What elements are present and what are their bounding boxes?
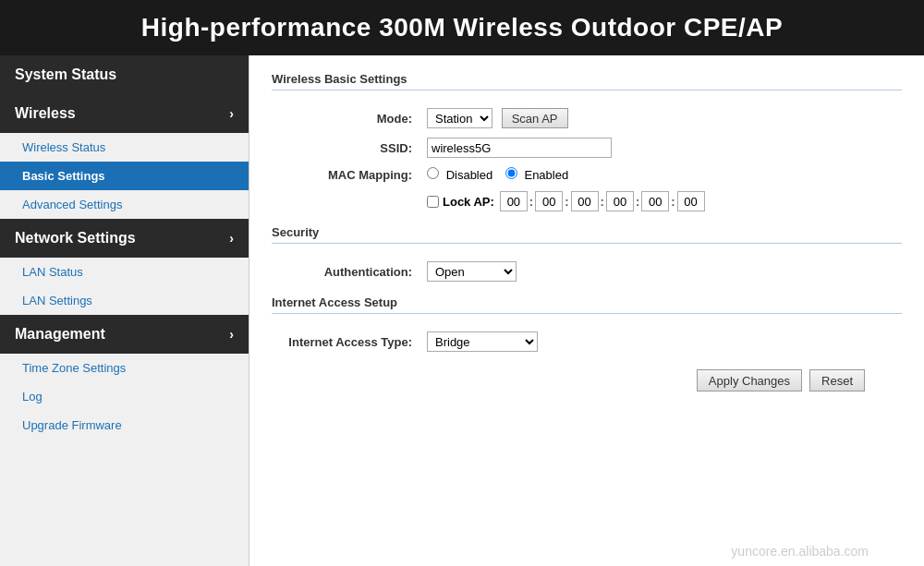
internet-access-title: Internet Access Setup	[272, 295, 902, 314]
sidebar-item-log[interactable]: Log	[0, 382, 249, 411]
mode-label: Mode:	[272, 103, 419, 133]
authentication-select[interactable]: Open WPA-PSK WPA2-PSK	[427, 261, 517, 282]
mode-cell: Station AP Bridge Scan AP	[419, 103, 902, 133]
sidebar-section-network-settings[interactable]: Network Settings ›	[0, 219, 249, 258]
authentication-cell: Open WPA-PSK WPA2-PSK	[419, 257, 902, 286]
internet-access-form: Internet Access Type: Bridge DHCP Static…	[272, 327, 902, 356]
sidebar-item-upgrade-firmware[interactable]: Upgrade Firmware	[0, 411, 249, 440]
mac-sep-2: :	[565, 195, 568, 209]
mac-mapping-row: MAC Mapping: Disabled Enabled	[272, 163, 902, 187]
authentication-label: Authentication:	[272, 257, 419, 286]
sidebar-item-lan-status[interactable]: LAN Status	[0, 258, 249, 286]
mode-row: Mode: Station AP Bridge Scan AP	[272, 103, 902, 133]
sidebar-section-wireless-label: Wireless	[15, 105, 76, 122]
sidebar-item-basic-settings[interactable]: Basic Settings	[0, 162, 249, 190]
ssid-label: SSID:	[272, 133, 419, 163]
main-content: Wireless Basic Settings Mode: Station AP…	[249, 55, 924, 566]
network-settings-arrow-icon: ›	[229, 231, 234, 246]
wireless-basic-settings-title: Wireless Basic Settings	[272, 72, 902, 90]
sidebar-section-system-status-label: System Status	[15, 66, 116, 83]
header: High-performance 300M Wireless Outdoor C…	[0, 0, 924, 55]
mac-disabled-label[interactable]: Disabled	[427, 168, 496, 182]
mac-mapping-cell: Disabled Enabled	[419, 163, 902, 187]
ssid-cell	[419, 133, 902, 163]
sidebar-section-wireless[interactable]: Wireless ›	[0, 94, 249, 133]
lock-ap-checkbox[interactable]	[427, 196, 439, 208]
sidebar-section-management[interactable]: Management ›	[0, 315, 249, 354]
mac-octet-5[interactable]	[641, 191, 669, 211]
sidebar-section-network-settings-label: Network Settings	[15, 230, 136, 247]
mac-enabled-label[interactable]: Enabled	[505, 168, 568, 182]
wireless-basic-form: Mode: Station AP Bridge Scan AP SSID: MA…	[272, 103, 902, 216]
internet-access-type-label: Internet Access Type:	[272, 327, 419, 356]
internet-access-type-select[interactable]: Bridge DHCP Static IP PPPoE	[427, 331, 538, 352]
internet-access-type-row: Internet Access Type: Bridge DHCP Static…	[272, 327, 902, 356]
sidebar-item-time-zone-settings[interactable]: Time Zone Settings	[0, 354, 249, 382]
apply-changes-button[interactable]: Apply Changes	[697, 369, 802, 391]
scan-ap-button[interactable]: Scan AP	[502, 108, 568, 128]
sidebar-item-wireless-status[interactable]: Wireless Status	[0, 133, 249, 162]
mac-octet-4[interactable]	[606, 191, 634, 211]
reset-button[interactable]: Reset	[809, 369, 865, 391]
mac-disabled-radio[interactable]	[427, 167, 439, 179]
lock-ap-cell: Lock AP: : : : : :	[419, 187, 902, 216]
sidebar-item-lan-settings[interactable]: LAN Settings	[0, 286, 249, 315]
security-title: Security	[272, 225, 902, 244]
management-arrow-icon: ›	[229, 327, 234, 342]
mac-sep-5: :	[671, 195, 675, 209]
sidebar-section-management-label: Management	[15, 326, 105, 343]
mac-octet-6[interactable]	[677, 191, 705, 211]
mac-octet-2[interactable]	[535, 191, 563, 211]
action-row: Apply Changes Reset	[272, 369, 902, 391]
mac-sep-1: :	[529, 195, 533, 209]
header-title: High-performance 300M Wireless Outdoor C…	[141, 13, 783, 42]
security-form: Authentication: Open WPA-PSK WPA2-PSK	[272, 257, 902, 286]
sidebar: System Status Wireless › Wireless Status…	[0, 55, 249, 566]
mac-sep-4: :	[636, 195, 639, 209]
lock-ap-label: Lock AP:	[443, 195, 494, 209]
mode-select[interactable]: Station AP Bridge	[427, 108, 492, 128]
mac-enabled-radio[interactable]	[505, 167, 517, 179]
mac-octet-1[interactable]	[500, 191, 528, 211]
mac-mapping-label: MAC Mapping:	[272, 163, 419, 187]
wireless-arrow-icon: ›	[229, 106, 234, 121]
mac-sep-3: :	[601, 195, 604, 209]
sidebar-section-system-status[interactable]: System Status	[0, 55, 249, 94]
ssid-row: SSID:	[272, 133, 902, 163]
mac-octet-3[interactable]	[571, 191, 599, 211]
authentication-row: Authentication: Open WPA-PSK WPA2-PSK	[272, 257, 902, 286]
ssid-input[interactable]	[427, 138, 612, 158]
lock-ap-row: Lock AP: : : : : :	[272, 187, 902, 216]
internet-access-type-cell: Bridge DHCP Static IP PPPoE	[419, 327, 902, 356]
watermark: yuncore.en.alibaba.com	[731, 544, 869, 559]
sidebar-item-advanced-settings[interactable]: Advanced Settings	[0, 190, 249, 219]
